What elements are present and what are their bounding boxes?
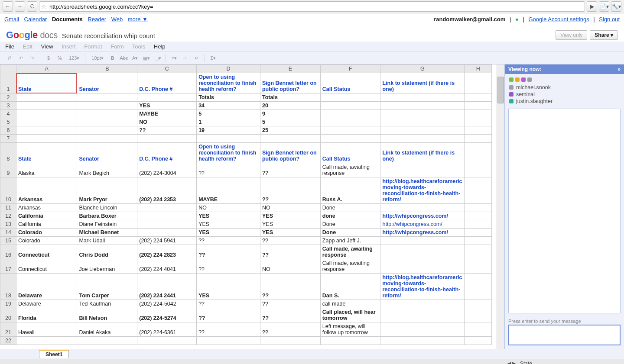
col-header[interactable]: A bbox=[16, 65, 77, 73]
row-header[interactable]: 19 bbox=[0, 300, 16, 308]
cell[interactable]: ?? bbox=[260, 237, 320, 245]
cell[interactable]: (202) 224-3004 bbox=[137, 163, 197, 177]
chat-history[interactable] bbox=[508, 109, 621, 313]
cell[interactable]: Done bbox=[320, 229, 380, 237]
cell[interactable]: 25 bbox=[260, 126, 320, 135]
cell[interactable]: YES bbox=[197, 220, 260, 229]
forward-button[interactable]: → bbox=[15, 1, 25, 12]
cell[interactable]: Barbara Boxer bbox=[77, 212, 137, 220]
cell[interactable] bbox=[380, 308, 465, 322]
nav-documents[interactable]: Documents bbox=[52, 16, 83, 23]
cell[interactable]: 9 bbox=[260, 110, 320, 118]
cell[interactable]: Left message, will follow up tomorrow bbox=[320, 322, 380, 337]
cell[interactable]: 34 bbox=[197, 102, 260, 110]
row-header[interactable]: 7 bbox=[0, 135, 16, 143]
cell[interactable]: Colorado bbox=[16, 229, 77, 237]
cell[interactable] bbox=[465, 102, 492, 110]
cell[interactable]: (202) 224 4041 bbox=[137, 259, 197, 274]
cell[interactable] bbox=[380, 102, 465, 110]
cell[interactable]: Florida bbox=[16, 308, 77, 322]
cell[interactable] bbox=[465, 220, 492, 229]
cell[interactable]: 5 bbox=[260, 118, 320, 126]
chat-input[interactable] bbox=[508, 325, 621, 345]
cell[interactable] bbox=[380, 245, 465, 259]
cell[interactable]: Arkansas bbox=[16, 177, 77, 204]
cell[interactable] bbox=[320, 126, 380, 135]
cell[interactable] bbox=[380, 118, 465, 126]
cell[interactable]: (202) 224 5941 bbox=[137, 237, 197, 245]
row-header[interactable]: 5 bbox=[0, 118, 16, 126]
row-header[interactable]: 9 bbox=[0, 163, 16, 177]
cell[interactable] bbox=[16, 102, 77, 110]
cell[interactable]: Done bbox=[320, 204, 380, 212]
cell[interactable]: (202) 224-6361 bbox=[137, 322, 197, 337]
cell[interactable] bbox=[465, 245, 492, 259]
cell[interactable] bbox=[320, 118, 380, 126]
cell[interactable] bbox=[465, 274, 492, 300]
cell[interactable] bbox=[16, 110, 77, 118]
cell[interactable]: 5 bbox=[197, 110, 260, 118]
cell[interactable] bbox=[380, 93, 465, 102]
col-header[interactable]: G bbox=[380, 65, 465, 73]
row-header[interactable]: 8 bbox=[0, 143, 16, 163]
reload-button[interactable]: C bbox=[27, 1, 37, 12]
cell[interactable]: Open to using reconciliation to finish h… bbox=[197, 143, 260, 163]
cell[interactable]: Open to using reconciliation to finish h… bbox=[197, 73, 260, 93]
cell[interactable]: Call placed, will hear tomorrow bbox=[320, 308, 380, 322]
cell[interactable] bbox=[77, 135, 137, 143]
cell[interactable]: Delaware bbox=[16, 300, 77, 308]
cell[interactable] bbox=[465, 73, 492, 93]
cell[interactable]: D.C. Phone # bbox=[137, 73, 197, 93]
cell[interactable]: Hawaii bbox=[16, 322, 77, 337]
cell[interactable]: NO bbox=[260, 204, 320, 212]
signout-link[interactable]: Sign out bbox=[599, 16, 620, 23]
cell[interactable] bbox=[380, 204, 465, 212]
cell[interactable] bbox=[465, 163, 492, 177]
col-header[interactable] bbox=[0, 65, 16, 73]
cell[interactable] bbox=[16, 93, 77, 102]
view-only-button[interactable]: View only bbox=[556, 30, 587, 40]
cell[interactable] bbox=[380, 163, 465, 177]
cell[interactable] bbox=[380, 322, 465, 337]
cell[interactable]: YES bbox=[197, 229, 260, 237]
cell[interactable] bbox=[380, 259, 465, 274]
cell[interactable] bbox=[137, 229, 197, 237]
cell[interactable]: California bbox=[16, 212, 77, 220]
nav-more[interactable]: more ▼ bbox=[128, 16, 148, 23]
cell[interactable] bbox=[465, 337, 492, 345]
cell[interactable]: (202) 224 2823 bbox=[137, 245, 197, 259]
page-menu-button[interactable]: 📄▾ bbox=[599, 1, 609, 12]
cell[interactable]: ?? bbox=[137, 126, 197, 135]
cell[interactable] bbox=[465, 110, 492, 118]
cell[interactable]: Connecticut bbox=[16, 245, 77, 259]
cell[interactable] bbox=[465, 126, 492, 135]
cell[interactable] bbox=[465, 177, 492, 204]
cell[interactable]: YES bbox=[197, 274, 260, 300]
cell[interactable]: done bbox=[320, 212, 380, 220]
cell[interactable] bbox=[380, 237, 465, 245]
cell[interactable]: ?? bbox=[197, 259, 260, 274]
cell[interactable]: Mark Begich bbox=[77, 163, 137, 177]
row-header[interactable]: 11 bbox=[0, 204, 16, 212]
nav-reader[interactable]: Reader bbox=[88, 16, 106, 23]
row-header[interactable]: 21 bbox=[0, 322, 16, 337]
cell[interactable]: NO bbox=[137, 118, 197, 126]
row-header[interactable]: 18 bbox=[0, 274, 16, 300]
cell[interactable] bbox=[137, 135, 197, 143]
cell[interactable]: Chris Dodd bbox=[77, 245, 137, 259]
cell[interactable] bbox=[465, 237, 492, 245]
cell[interactable] bbox=[380, 110, 465, 118]
cell[interactable] bbox=[16, 118, 77, 126]
menu-help[interactable]: Help bbox=[154, 43, 166, 50]
cell[interactable] bbox=[77, 102, 137, 110]
cell[interactable]: ?? bbox=[260, 274, 320, 300]
url-input[interactable] bbox=[49, 3, 583, 10]
cell[interactable]: Sign Bennet letter on public option? bbox=[260, 143, 320, 163]
cell[interactable] bbox=[465, 259, 492, 274]
cell[interactable]: ?? bbox=[197, 237, 260, 245]
cell[interactable] bbox=[465, 93, 492, 102]
cell[interactable]: Diane Feinstein bbox=[77, 220, 137, 229]
cell[interactable] bbox=[137, 93, 197, 102]
col-header[interactable]: C bbox=[137, 65, 197, 73]
nav-web[interactable]: Web bbox=[111, 16, 123, 23]
